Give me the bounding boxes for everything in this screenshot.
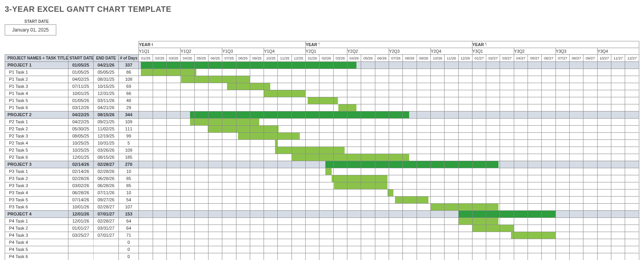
gantt-bar: [361, 154, 375, 161]
row-end[interactable]: 04/21/26: [93, 104, 118, 111]
col-start-header: START DATE: [68, 55, 93, 62]
row-start[interactable]: 01/01/27: [68, 225, 93, 232]
row-end[interactable]: 09/21/25: [93, 119, 118, 126]
row-name[interactable]: P4 Task 2: [5, 225, 68, 232]
month-header: 01/27: [472, 55, 486, 62]
row-name[interactable]: P1 Task 5: [5, 97, 68, 104]
row-name[interactable]: P1 Task 6: [5, 104, 68, 111]
row-start[interactable]: [68, 253, 93, 260]
row-name[interactable]: P2 Task 3: [5, 133, 68, 140]
gantt-bar: [338, 104, 347, 111]
row-start[interactable]: 03/02/26: [68, 182, 93, 189]
row-name[interactable]: P2 Task 1: [5, 119, 68, 126]
gantt-bar: [250, 133, 264, 139]
row-name: PROJECT 1: [5, 62, 68, 69]
gantt-bar: [319, 97, 333, 104]
row-start[interactable]: 05/30/25: [68, 126, 93, 133]
row-end[interactable]: 03/11/26: [93, 97, 118, 104]
row-name[interactable]: P2 Task 5: [5, 147, 68, 154]
gantt-bar: [292, 154, 305, 161]
row-name[interactable]: P2 Task 4: [5, 140, 68, 147]
row-days: 0: [118, 246, 138, 253]
row-days: 54: [118, 197, 138, 204]
row-end[interactable]: 10/31/25: [93, 140, 118, 147]
row-start[interactable]: 04/22/25: [68, 119, 93, 126]
row-end[interactable]: 03/26/26: [93, 147, 118, 154]
row-start[interactable]: 07/14/26: [68, 197, 93, 204]
row-end[interactable]: [93, 246, 118, 253]
row-end[interactable]: 10/15/25: [93, 83, 118, 90]
row-name[interactable]: P4 Task 3: [5, 232, 68, 239]
row-name[interactable]: P4 Task 4: [5, 239, 68, 246]
row-end[interactable]: [93, 239, 118, 246]
row-start[interactable]: 12/01/26: [68, 218, 93, 225]
row-end[interactable]: 07/01/27: [93, 232, 118, 239]
row-end[interactable]: 03/31/27: [93, 225, 118, 232]
row-start[interactable]: 01/05/26: [68, 97, 93, 104]
row-end[interactable]: 07/11/26: [93, 189, 118, 197]
gantt-bar: [361, 182, 375, 189]
row-name[interactable]: P3 Task 1: [5, 168, 68, 175]
gantt-bar: [472, 161, 486, 168]
row-end[interactable]: 12/31/25: [93, 90, 118, 97]
row-end[interactable]: 06/28/26: [93, 175, 118, 182]
row-end[interactable]: [93, 253, 118, 260]
row-end[interactable]: 08/15/26: [93, 154, 118, 161]
col-days-header: # of Days: [118, 55, 138, 62]
row-end[interactable]: 11/02/25: [93, 126, 118, 133]
row-start[interactable]: [68, 246, 93, 253]
row-start[interactable]: 03/25/27: [68, 232, 93, 239]
month-header: 08/27: [570, 55, 583, 62]
row-end[interactable]: 02/28/27: [93, 218, 118, 225]
row-name[interactable]: P1 Task 3: [5, 83, 68, 90]
row-start[interactable]: [68, 239, 93, 246]
gantt-bar: [472, 225, 486, 232]
gantt-bar: [153, 62, 166, 69]
row-end[interactable]: 08/31/25: [93, 76, 118, 83]
row-name[interactable]: P3 Task 6: [5, 204, 68, 211]
row-start[interactable]: 04/02/25: [68, 76, 93, 83]
gantt-bar: [222, 111, 236, 118]
row-name[interactable]: P1 Task 1: [5, 69, 68, 76]
row-start[interactable]: 01/05/25: [68, 69, 93, 76]
row-end[interactable]: 12/19/25: [93, 133, 118, 140]
row-name[interactable]: P4 Task 1: [5, 218, 68, 225]
row-start[interactable]: 02/14/26: [68, 168, 93, 175]
start-date-input[interactable]: January 01, 2025: [5, 24, 56, 35]
gantt-bar: [334, 161, 347, 168]
row-name[interactable]: P1 Task 2: [5, 76, 68, 83]
row-name[interactable]: P4 Task 5: [5, 246, 68, 253]
row-name[interactable]: P2 Task 6: [5, 154, 68, 161]
row-end[interactable]: 05/05/25: [93, 69, 118, 76]
row-start: 12/01/26: [68, 211, 93, 218]
row-start[interactable]: 10/01/25: [68, 90, 93, 97]
row-end[interactable]: 02/28/27: [93, 204, 118, 211]
row-days: 69: [118, 83, 138, 90]
row-name[interactable]: P4 Task 6: [5, 253, 68, 260]
row-name[interactable]: P3 Task 5: [5, 197, 68, 204]
row-start[interactable]: 02/28/26: [68, 175, 93, 182]
gantt-bar: [459, 218, 472, 225]
gantt-chart: YEAR ONEYEAR TWOYEAR THREEY1Q1Y1Q2Y1Q3Y1…: [5, 41, 639, 260]
row-days: 99: [118, 133, 138, 140]
month-header: 06/26: [375, 55, 389, 62]
row-end[interactable]: 02/28/26: [93, 168, 118, 175]
row-start[interactable]: 08/05/25: [68, 133, 93, 140]
row-end[interactable]: 06/28/26: [93, 182, 118, 189]
row-name[interactable]: P3 Task 4: [5, 189, 68, 197]
row-start[interactable]: 07/11/25: [68, 83, 93, 90]
gantt-bar: [141, 69, 153, 76]
row-start[interactable]: 06/28/26: [68, 189, 93, 197]
row-name[interactable]: P2 Task 2: [5, 126, 68, 133]
row-name[interactable]: P3 Task 2: [5, 175, 68, 182]
row-start[interactable]: 10/01/26: [68, 204, 93, 211]
row-start[interactable]: 10/25/25: [68, 140, 93, 147]
row-start[interactable]: 10/25/25: [68, 147, 93, 154]
row-end[interactable]: 09/27/26: [93, 197, 118, 204]
row-name[interactable]: P3 Task 3: [5, 182, 68, 189]
row-start[interactable]: 12/01/25: [68, 154, 93, 161]
quarter-header: Y3Q2: [514, 48, 528, 55]
gantt-bar: [222, 62, 236, 69]
row-start[interactable]: 03/12/26: [68, 104, 93, 111]
row-name[interactable]: P1 Task 4: [5, 90, 68, 97]
